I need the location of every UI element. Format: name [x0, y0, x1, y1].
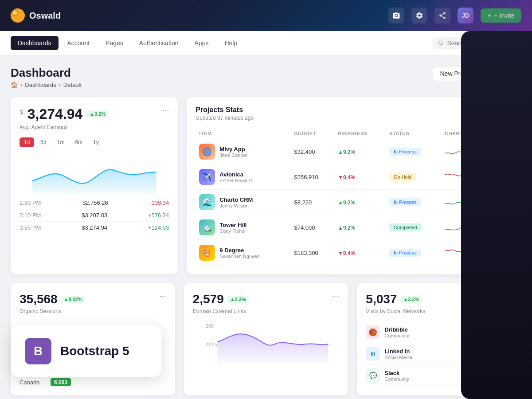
page-title-area: Dashboard 🏠 › Dashboards › Default [11, 66, 82, 88]
project-item: ✈️ Avionica Esther Howard [199, 169, 287, 185]
sessions-subtitle: Organic Sessions [20, 308, 85, 314]
project-progress: ▲9.2% [334, 139, 386, 164]
breadcrumb-separator2: › [59, 82, 60, 88]
project-item-cell: 🎨 9 Degree Savannah Nguyen [196, 240, 290, 266]
settings-icon [415, 12, 423, 20]
sessions-amount: 35,568 [20, 292, 58, 306]
dribbble-type: Community [384, 333, 409, 338]
project-status: On Hold [386, 164, 441, 190]
project-status: Completed [386, 215, 441, 240]
linkedin-icon: in [366, 347, 380, 361]
links-menu-button[interactable]: ··· [332, 292, 339, 300]
canada-count: 6,083 [51, 378, 71, 386]
data-row-3: 3:55 PM $3,274.94 +124.03 [20, 222, 169, 234]
links-chart: 250 212.5 [193, 320, 340, 373]
change-2: +576.24 [148, 212, 169, 219]
avatar[interactable]: JD [458, 8, 473, 23]
project-item-cell: 🏔️ Tower Hill Cody Fisher [196, 215, 290, 240]
sessions-badge: ▲8.02% [61, 296, 85, 303]
bootstrap-text: Bootstrap 5 [60, 344, 129, 358]
project-person: Esther Howard [219, 178, 252, 183]
project-name: Charto CRM [219, 196, 253, 203]
earnings-amount-area: $ 3,274.94 ▲9.2% [20, 106, 108, 122]
col-progress: PROGRESS [334, 128, 386, 139]
share-icon-button[interactable] [434, 8, 450, 23]
tab-account[interactable]: Account [60, 36, 97, 50]
settings-icon-button[interactable] [411, 8, 427, 23]
projects-updated: Updated 37 minutes ago [196, 115, 254, 121]
tab-apps[interactable]: Apps [188, 36, 216, 50]
value-1: $2,756.26 [82, 200, 108, 206]
project-budget: $8,220 [291, 190, 335, 215]
project-budget: $256,910 [291, 164, 335, 190]
links-subtitle: Domain External Links [193, 308, 249, 314]
canada-bar: Canada 6,083 [20, 378, 166, 386]
filter-1d[interactable]: 1d [20, 137, 34, 147]
filter-1y[interactable]: 1y [89, 137, 103, 147]
col-status: STATUS [386, 128, 441, 139]
social-item-left: 🏀 Dribbble Community [366, 325, 409, 339]
filter-5d[interactable]: 5d [36, 137, 51, 147]
earnings-card: $ 3,274.94 ▲9.2% ··· Avg. Agent Earnings… [11, 97, 178, 274]
project-name: Tower Hill [219, 222, 246, 228]
time-filters: 1d 5d 1m 6m 1y [20, 137, 169, 147]
main-navigation: Dashboards Account Pages Authentication … [0, 31, 532, 55]
slack-name: Slack [384, 370, 409, 376]
social-subtitle: Visits by Social Networks [366, 308, 425, 314]
top-cards-grid: $ 3,274.94 ▲9.2% ··· Avg. Agent Earnings… [11, 97, 521, 274]
dark-overlay [461, 31, 532, 399]
project-icon: 🏔️ [199, 219, 215, 235]
project-icon: 🌊 [199, 194, 215, 210]
project-budget: $183,300 [291, 240, 335, 266]
project-item-cell: ✈️ Avionica Esther Howard [196, 164, 290, 190]
earnings-chart-svg [20, 154, 169, 194]
camera-icon-button[interactable] [388, 8, 404, 23]
breadcrumb-default: Default [63, 82, 82, 88]
project-icon-inner: 🏔️ [199, 219, 215, 235]
links-amount: 2,579 [193, 292, 224, 306]
project-icon-inner: 🌊 [199, 194, 215, 210]
project-icon: 🌀 [199, 144, 215, 160]
slack-type: Community [384, 376, 409, 382]
project-progress: ▲9.2% [334, 190, 386, 215]
social-amount: 5,037 [366, 292, 397, 306]
time-3: 3:55 PM [20, 224, 41, 231]
project-item: 🏔️ Tower Hill Cody Fisher [199, 219, 287, 235]
project-status: In Process [386, 240, 441, 266]
social-badge: ▲2.2% [400, 296, 422, 303]
change-3: +124.03 [148, 224, 169, 231]
project-status: In Process [386, 190, 441, 215]
breadcrumb-home-icon: 🏠 [11, 82, 18, 88]
project-name-area: Tower Hill Cody Fisher [219, 222, 246, 234]
search-icon [438, 40, 443, 46]
tab-pages[interactable]: Pages [98, 36, 130, 50]
sessions-menu-button[interactable]: ··· [160, 292, 166, 300]
project-icon-inner: 🎨 [199, 245, 215, 261]
project-name-area: Mivy App Jane Cooper [219, 146, 247, 158]
filter-1m[interactable]: 1m [53, 137, 69, 147]
projects-title: Projects Stats [196, 106, 254, 114]
nav-right: JD + + Invite [388, 8, 521, 23]
invite-button[interactable]: + + Invite [481, 8, 521, 23]
social-name-area: Linked In Social Media [384, 348, 412, 360]
sessions-amount-area: 35,568 ▲8.02% Organic Sessions [20, 292, 85, 314]
earnings-badge: ▲9.2% [87, 110, 108, 117]
social-item-left: 💬 Slack Community [366, 368, 409, 383]
chart-data-rows: 2:30 PM $2,756.26 -139.34 3:10 PM $3,207… [20, 197, 169, 234]
bootstrap-logo-letter: B [34, 344, 43, 358]
page-header: Dashboard 🏠 › Dashboards › Default New P… [11, 66, 521, 88]
top-navigation: Oswald JD + + Invite [0, 0, 532, 31]
svg-text:212.5: 212.5 [206, 342, 217, 347]
tab-authentication[interactable]: Authentication [132, 36, 186, 50]
project-person: Cody Fisher [219, 228, 246, 234]
filter-6m[interactable]: 6m [70, 137, 87, 147]
earnings-menu-button[interactable]: ··· [162, 106, 169, 114]
links-badge: ▲2.2% [227, 296, 249, 303]
project-progress: ▼0.4% [334, 164, 386, 190]
tab-help[interactable]: Help [217, 36, 244, 50]
linkedin-type: Social Media [384, 355, 412, 360]
tab-dashboards[interactable]: Dashboards [11, 36, 59, 50]
nav-tabs: Dashboards Account Pages Authentication … [11, 36, 433, 50]
project-icon: 🎨 [199, 245, 215, 261]
plus-icon: + [488, 12, 491, 19]
